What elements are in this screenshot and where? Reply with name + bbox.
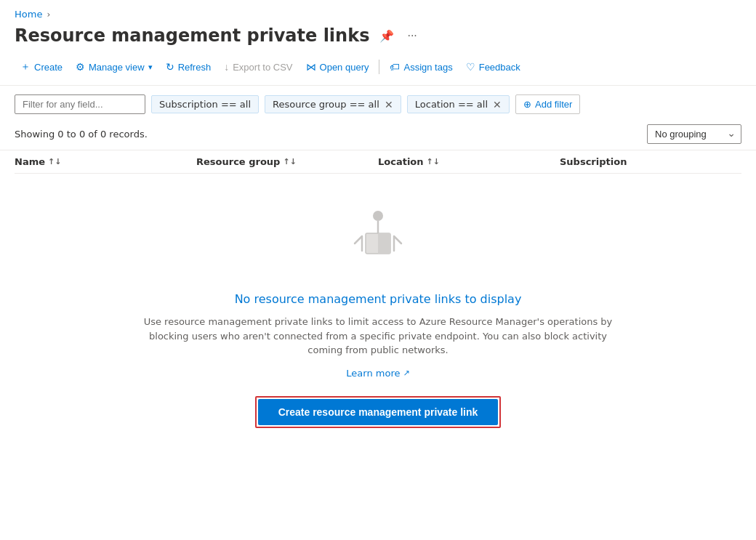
- resource-group-filter-tag: Resource group == all ✕: [265, 95, 401, 113]
- sort-icon-rg: ↑↓: [283, 157, 296, 166]
- query-icon: ⋈: [306, 61, 316, 73]
- breadcrumb-home-link[interactable]: Home: [15, 9, 42, 20]
- breadcrumb: Home ›: [0, 0, 756, 23]
- empty-state: No resource management private links to …: [0, 174, 756, 450]
- create-button[interactable]: ＋ Create: [15, 56, 68, 78]
- external-link-icon: ↗: [403, 368, 409, 378]
- plus-icon: ＋: [20, 60, 31, 73]
- column-header-name[interactable]: Name ↑↓: [15, 156, 196, 167]
- breadcrumb-separator: ›: [47, 9, 50, 20]
- toolbar-separator: [379, 60, 379, 74]
- table-header: Name ↑↓ Resource group ↑↓ Location ↑↓ Su…: [15, 150, 741, 174]
- page-title: Resource management private links: [15, 25, 369, 46]
- column-header-location[interactable]: Location ↑↓: [378, 156, 560, 167]
- empty-state-icon: [342, 203, 414, 278]
- sort-icon-name: ↑↓: [48, 157, 61, 166]
- empty-state-description: Use resource management private links to…: [131, 315, 625, 358]
- toolbar: ＋ Create ⚙ Manage view ▾ ↻ Refresh ↓ Exp…: [0, 56, 756, 86]
- remove-resource-group-filter-button[interactable]: ✕: [383, 100, 393, 110]
- svg-point-0: [373, 211, 383, 221]
- add-filter-button[interactable]: ⊕ Add filter: [515, 94, 580, 114]
- empty-state-title: No resource management private links to …: [235, 292, 522, 306]
- pin-icon: 📌: [379, 29, 394, 43]
- feedback-button[interactable]: ♡ Feedback: [460, 57, 526, 77]
- filter-bar: Subscription == all Resource group == al…: [0, 86, 756, 120]
- pin-button[interactable]: 📌: [377, 26, 397, 46]
- open-query-button[interactable]: ⋈ Open query: [300, 57, 375, 77]
- tag-icon: 🏷: [390, 61, 400, 73]
- funnel-icon: ⊕: [523, 99, 531, 110]
- export-csv-button[interactable]: ↓ Export to CSV: [218, 57, 298, 77]
- page-header: Resource management private links 📌 ···: [0, 23, 756, 56]
- svg-marker-3: [378, 233, 390, 254]
- sort-icon-location: ↑↓: [427, 157, 440, 166]
- filter-input[interactable]: [15, 94, 145, 114]
- refresh-icon: ↻: [166, 61, 174, 73]
- table-container: Name ↑↓ Resource group ↑↓ Location ↑↓ Su…: [0, 150, 756, 174]
- grouping-select-wrapper: No grouping: [647, 124, 741, 144]
- download-icon: ↓: [224, 61, 229, 73]
- create-resource-management-private-link-button[interactable]: Create resource management private link: [258, 399, 499, 425]
- subscription-filter-tag: Subscription == all: [151, 95, 259, 113]
- grouping-wrapper: No grouping: [647, 124, 741, 144]
- refresh-button[interactable]: ↻ Refresh: [160, 57, 217, 77]
- manage-view-button[interactable]: ⚙ Manage view ▾: [70, 57, 158, 77]
- chevron-icon: ▾: [148, 63, 153, 72]
- results-bar: Showing 0 to 0 of 0 records. No grouping: [0, 120, 756, 150]
- column-header-resource-group[interactable]: Resource group ↑↓: [196, 156, 378, 167]
- results-count: Showing 0 to 0 of 0 records.: [15, 129, 148, 140]
- learn-more-link[interactable]: Learn more ↗: [346, 368, 409, 379]
- gear-icon: ⚙: [76, 61, 85, 73]
- remove-location-filter-button[interactable]: ✕: [491, 100, 502, 110]
- create-button-wrapper: Create resource management private link: [255, 396, 502, 428]
- more-options-button[interactable]: ···: [404, 26, 419, 45]
- heart-icon: ♡: [466, 61, 475, 73]
- assign-tags-button[interactable]: 🏷 Assign tags: [384, 57, 458, 77]
- location-filter-tag: Location == all ✕: [407, 95, 510, 113]
- grouping-select[interactable]: No grouping: [647, 124, 741, 144]
- column-header-subscription[interactable]: Subscription: [560, 156, 741, 167]
- ellipsis-icon: ···: [407, 29, 417, 42]
